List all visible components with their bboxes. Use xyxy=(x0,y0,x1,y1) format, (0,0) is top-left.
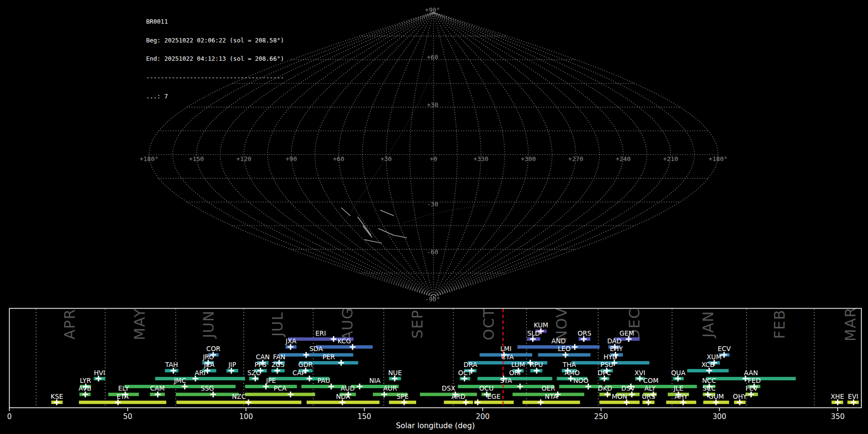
shower-code-label: SSG xyxy=(201,384,214,392)
longitude-label: +180° xyxy=(708,155,727,163)
shower-peak-marker xyxy=(288,344,294,350)
shower-peak-marker xyxy=(210,392,216,397)
latitude-label: -90° xyxy=(425,296,440,303)
meridian-line xyxy=(434,13,623,297)
shower-bar xyxy=(559,385,603,388)
shower-code-label: JLE xyxy=(673,384,683,392)
shower-peak-marker xyxy=(629,392,635,397)
shower-peak-marker xyxy=(605,392,610,397)
shower-code-label: NUE xyxy=(388,369,402,377)
shower-code-label: NCC xyxy=(702,377,716,384)
shower-peak-marker xyxy=(563,352,569,358)
shower-code-label: TAH xyxy=(165,361,178,368)
x-tick-label: 300 xyxy=(712,412,726,421)
shower-bar xyxy=(458,385,555,388)
shower-bar xyxy=(79,401,166,404)
shower-code-label: NIA xyxy=(369,377,381,384)
shower-peak-marker xyxy=(357,384,363,390)
month-label: OCT xyxy=(480,308,497,340)
shower-peak-marker xyxy=(585,384,591,390)
shower-peak-marker xyxy=(263,384,269,390)
shower-code-label: KSE xyxy=(51,393,63,400)
shower-code-label: GDR xyxy=(298,361,312,368)
shower-bar xyxy=(301,385,346,388)
shower-bar xyxy=(245,385,297,388)
shower-code-label: DSV xyxy=(621,384,635,392)
shower-code-label: AUD xyxy=(340,384,355,392)
shower-code-label: OCT xyxy=(458,369,472,377)
month-label: SEP xyxy=(409,310,426,339)
shower-code-label: CTA xyxy=(502,353,515,361)
longitude-label: +270 xyxy=(568,155,583,163)
shower-peak-marker xyxy=(392,376,397,381)
shower-code-label: PCA xyxy=(273,384,287,392)
shower-code-label: JXA xyxy=(285,337,297,345)
shower-code-label: OER xyxy=(542,384,556,392)
shower-code-label: FEV xyxy=(746,384,758,392)
month-label: FEB xyxy=(771,309,788,339)
shower-code-label: AVB xyxy=(79,384,92,392)
shower-code-label: QUA xyxy=(671,369,686,377)
shower-code-label: RPU xyxy=(529,361,542,368)
shower-code-label: MON xyxy=(612,393,627,400)
shower-peak-marker xyxy=(538,399,543,405)
shower-code-label: JMC xyxy=(174,377,186,384)
shower-peak-marker xyxy=(721,352,727,358)
meteor-trail xyxy=(363,226,372,237)
shower-code-label: DAD xyxy=(607,337,622,345)
meteor-trail xyxy=(379,229,394,235)
x-tick-label: 150 xyxy=(357,412,371,421)
shower-peak-marker xyxy=(303,352,309,358)
latitude-label: +30 xyxy=(427,101,438,108)
shower-code-label: THA xyxy=(562,361,576,368)
shower-bar xyxy=(176,393,239,396)
shower-peak-marker xyxy=(463,399,469,405)
sky-map: +180°+150+120+90+60+30+0+330+300+270+240… xyxy=(139,6,727,303)
shower-code-label: NZC xyxy=(232,393,246,400)
shower-code-label: FAN xyxy=(273,353,285,361)
shower-bar xyxy=(155,377,245,380)
shower-code-label: ARI xyxy=(195,369,206,377)
shower-peak-marker xyxy=(192,376,198,381)
shower-peak-marker xyxy=(534,368,540,374)
shower-code-label: KUM xyxy=(534,321,548,329)
shower-peak-marker xyxy=(748,392,754,397)
shower-code-label: KCG xyxy=(338,337,351,345)
longitude-label: +30 xyxy=(380,155,392,163)
shower-peak-marker xyxy=(568,376,574,381)
shower-code-label: AAN xyxy=(744,369,758,377)
shower-code-label: ALY xyxy=(644,384,656,392)
latitude-label: +90° xyxy=(425,6,440,14)
shower-peak-marker xyxy=(737,399,743,405)
longitude-label: +120 xyxy=(236,155,251,163)
month-label: NOV xyxy=(553,307,570,341)
shower-code-label: NOO xyxy=(573,377,588,384)
meteor-trail xyxy=(341,208,350,216)
shower-bar xyxy=(420,393,477,396)
shower-code-label: ARD xyxy=(451,393,465,400)
meteor-trail xyxy=(380,210,393,216)
shower-peak-marker xyxy=(339,399,345,405)
shower-peak-marker xyxy=(252,376,258,381)
shower-code-label: GEM xyxy=(620,329,635,337)
shower-code-label: STA xyxy=(500,377,513,384)
reference-arc xyxy=(404,205,488,223)
shower-peak-marker xyxy=(339,360,344,366)
shower-code-label: NTA xyxy=(545,393,558,400)
shower-peak-marker xyxy=(461,376,467,381)
shower-peak-marker xyxy=(182,384,188,390)
shower-code-label: PPS xyxy=(255,361,267,368)
meridian-line xyxy=(434,13,694,297)
shower-code-label: XHE xyxy=(831,393,844,400)
shower-peak-marker xyxy=(307,376,312,381)
shower-code-label: ETA xyxy=(117,393,129,400)
shower-code-label: SPE xyxy=(396,393,408,400)
shower-code-label: EHY xyxy=(610,345,624,353)
shower-peak-marker xyxy=(646,399,651,405)
month-label: JUL xyxy=(269,312,286,338)
shower-bar xyxy=(245,393,315,396)
shower-code-label: ECV xyxy=(718,345,731,353)
month-label: JUN xyxy=(200,310,217,339)
shower-peak-marker xyxy=(713,399,719,405)
latitude-label: +60 xyxy=(427,54,438,61)
